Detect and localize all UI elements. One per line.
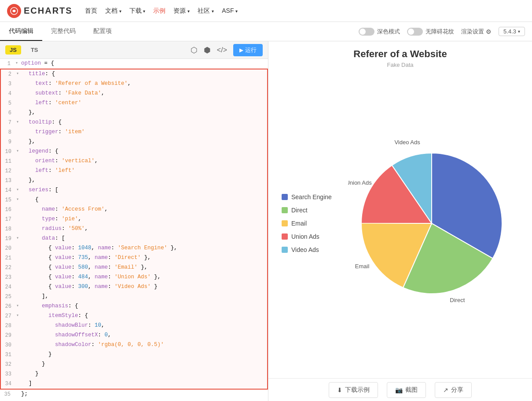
line-number: 9 <box>4 137 15 147</box>
line-fold[interactable] <box>15 224 20 225</box>
line-fold[interactable]: ▾ <box>15 195 20 204</box>
line-fold[interactable] <box>15 282 20 283</box>
line-fold[interactable] <box>15 215 20 215</box>
nav-item-docs[interactable]: 文档 ▾ <box>105 7 121 15</box>
line-fold[interactable] <box>15 89 20 90</box>
barrier-label: 无障碍花纹 <box>426 28 454 36</box>
main-content: JS TS ⬡ ⬢ </> ▶ 运行 1▾option = {2▾ title:… <box>0 41 532 401</box>
chevron-down-icon: ▾ <box>518 29 520 34</box>
line-number: 32 <box>4 360 15 369</box>
logo[interactable]: ECHARTS <box>7 4 73 18</box>
line-content: }, <box>20 137 264 146</box>
line-fold[interactable] <box>15 205 20 206</box>
preview-panel: Referer of a Website Fake Data Search En… <box>268 41 532 401</box>
render-settings[interactable]: 渲染设置 ⚙ <box>461 28 492 36</box>
code-line: 1▾option = { <box>0 59 268 69</box>
line-content: option = { <box>19 59 264 68</box>
line-fold[interactable] <box>15 166 20 167</box>
line-number: 20 <box>4 244 15 253</box>
line-content: left: 'center' <box>20 98 264 108</box>
nav-item-home[interactable]: 首页 <box>85 7 97 15</box>
line-fold[interactable] <box>15 379 20 380</box>
nav-item-asf[interactable]: ASF ▾ <box>222 7 238 15</box>
line-content: type: 'pie', <box>20 215 264 224</box>
dark-mode-toggle[interactable] <box>359 28 374 36</box>
line-fold[interactable] <box>15 331 20 332</box>
nav-item-resources[interactable]: 资源 ▾ <box>173 7 190 15</box>
legend-label-search: Search Engine <box>291 193 332 200</box>
legend-color-email <box>282 220 288 226</box>
version-select[interactable]: 5.4.3 ▾ <box>499 27 525 36</box>
line-fold[interactable] <box>15 263 20 264</box>
code-editor[interactable]: 1▾option = {2▾ title: {3 text: 'Referer … <box>0 59 268 401</box>
render-settings-label: 渲染设置 <box>461 28 484 36</box>
tab-full-code[interactable]: 完整代码 <box>42 22 84 41</box>
line-fold[interactable]: ▾ <box>15 302 20 310</box>
line-fold[interactable] <box>15 128 20 128</box>
line-fold[interactable]: ▾ <box>15 234 20 242</box>
line-fold[interactable]: ▾ <box>15 147 20 155</box>
screenshot-button[interactable]: 📷 截图 <box>387 382 426 398</box>
nav-item-download[interactable]: 下载 ▾ <box>129 7 146 15</box>
line-fold[interactable] <box>15 137 20 138</box>
code-line: 23 { value: 484, name: 'Union Ads' }, <box>0 273 268 282</box>
line-number: 12 <box>4 166 15 176</box>
code-icon[interactable]: </> <box>217 46 227 54</box>
code-line: 35 }; <box>0 390 268 399</box>
nav-item-examples[interactable]: 示例 <box>153 7 165 15</box>
3d-box-alt-icon[interactable]: ⬢ <box>204 45 211 55</box>
code-line: 14▾ series: [ <box>0 186 268 195</box>
line-fold[interactable] <box>15 157 20 157</box>
line-fold[interactable]: ▾ <box>15 186 20 194</box>
line-number: 5 <box>4 98 15 108</box>
pie-chart-container: DirectEmailUnion AdsVideo Ads <box>332 140 532 307</box>
line-content: left: 'left' <box>20 166 264 175</box>
chart-title: Referer of a Website <box>268 48 532 60</box>
tab-config[interactable]: 配置项 <box>84 22 121 41</box>
pie-chart-svg: DirectEmailUnion AdsVideo Ads <box>348 140 515 307</box>
line-fold[interactable] <box>15 79 20 80</box>
lang-btn-ts[interactable]: TS <box>26 45 43 55</box>
download-button[interactable]: ⬇ 下载示例 <box>329 382 378 398</box>
code-line: 7▾ tooltip: { <box>0 118 268 128</box>
code-line: 11 orient: 'vertical', <box>0 157 268 166</box>
line-fold[interactable] <box>15 273 20 273</box>
line-number: 33 <box>4 369 15 379</box>
line-fold[interactable]: ▾ <box>15 69 20 78</box>
code-line: 24 { value: 300, name: 'Video Ads' } <box>0 282 268 292</box>
line-fold[interactable]: ▾ <box>14 59 19 67</box>
line-content: } <box>20 369 264 379</box>
line-fold[interactable] <box>15 244 20 244</box>
line-content: shadowBlur: 10, <box>20 321 264 330</box>
gear-icon: ⚙ <box>486 28 492 35</box>
line-fold[interactable]: ▾ <box>15 118 20 126</box>
line-fold[interactable] <box>15 98 20 99</box>
share-button[interactable]: ↗ 分享 <box>435 382 472 398</box>
line-fold[interactable] <box>15 369 20 370</box>
line-number: 16 <box>4 205 15 215</box>
tab-code-edit[interactable]: 代码编辑 <box>0 22 42 41</box>
line-content: }; <box>19 390 264 399</box>
line-fold[interactable] <box>15 350 20 351</box>
line-content: } <box>20 350 264 359</box>
line-fold[interactable] <box>15 253 20 254</box>
line-content: legend: { <box>20 147 264 156</box>
3d-box-icon[interactable]: ⬡ <box>191 45 198 55</box>
legend-item-video: Video Ads <box>282 246 332 253</box>
nav-item-community[interactable]: 社区 ▾ <box>198 7 214 15</box>
line-fold[interactable] <box>14 390 19 390</box>
line-fold[interactable] <box>15 176 20 177</box>
line-fold[interactable] <box>15 360 20 361</box>
line-fold[interactable]: ▾ <box>15 311 20 320</box>
run-button[interactable]: ▶ 运行 <box>233 44 263 56</box>
barrier-toggle[interactable] <box>407 28 423 36</box>
line-fold[interactable] <box>15 321 20 322</box>
code-line: 5 left: 'center' <box>0 98 268 108</box>
line-content: orient: 'vertical', <box>20 157 264 166</box>
code-line: 13 }, <box>0 176 268 186</box>
line-fold[interactable] <box>15 340 20 341</box>
line-fold[interactable] <box>15 292 20 293</box>
pie-label-Video-Ads: Video Ads <box>395 140 421 146</box>
line-fold[interactable] <box>15 108 20 109</box>
lang-btn-js[interactable]: JS <box>5 45 21 55</box>
